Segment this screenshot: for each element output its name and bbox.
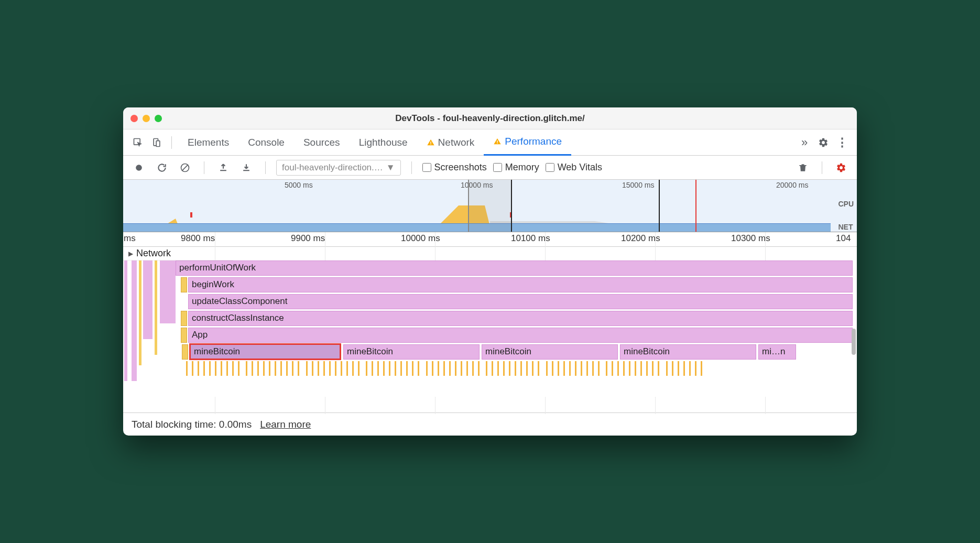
overview-red-marker [695, 180, 696, 232]
svg-rect-5 [497, 140, 498, 143]
separator [822, 161, 822, 174]
screenshots-checkbox[interactable]: Screenshots [422, 162, 487, 173]
flame-sliver[interactable] [181, 277, 187, 292]
separator [204, 161, 204, 174]
warning-icon [493, 137, 502, 146]
device-toolbar-icon[interactable] [148, 134, 165, 151]
overview-labels: CPU NET [838, 200, 854, 231]
flame-sliver[interactable] [181, 311, 187, 326]
svg-rect-2 [156, 140, 160, 146]
svg-line-9 [182, 165, 188, 171]
maximize-window-button[interactable] [155, 115, 162, 122]
panel-tabs: Elements Console Sources Lighthouse Netw… [178, 129, 794, 156]
overview-marker [659, 180, 660, 232]
perf-toolbar: foul-heavenly-direction.… ▼ Screenshots … [123, 156, 857, 180]
window-titlebar: DevTools - foul-heavenly-direction.glitc… [123, 107, 857, 129]
vertical-scrollbar-thumb[interactable] [852, 329, 856, 355]
record-button[interactable] [130, 159, 147, 176]
separator [411, 161, 412, 174]
save-profile-icon[interactable] [238, 159, 255, 176]
flame-constructclassinstance[interactable]: constructClassInstance [188, 311, 853, 326]
flame-left-slivers [123, 260, 181, 397]
separator [265, 161, 266, 174]
timeline-overview[interactable]: 5000 ms 10000 ms 15000 ms 20000 ms CPU N… [123, 180, 857, 232]
reload-record-button[interactable] [154, 159, 170, 176]
flame-app[interactable]: App [188, 328, 853, 343]
detail-ruler[interactable]: ms 9800 ms 9900 ms 10000 ms 10100 ms 102… [123, 232, 857, 247]
clear-button[interactable] [177, 159, 193, 176]
inspect-element-icon[interactable] [129, 134, 146, 151]
flame-updateclasscomponent[interactable]: updateClassComponent [188, 294, 853, 309]
memory-checkbox[interactable]: Memory [493, 162, 539, 173]
separator [171, 136, 172, 149]
svg-rect-12 [799, 165, 806, 166]
tab-performance[interactable]: Performance [484, 129, 571, 156]
status-bar: Total blocking time: 0.00ms Learn more [123, 412, 857, 436]
flame-minebitcoin[interactable]: mineBitcoin [620, 344, 756, 360]
flame-sliver[interactable] [181, 328, 187, 343]
capture-settings-icon[interactable] [833, 159, 850, 176]
close-window-button[interactable] [130, 115, 138, 122]
tab-sources[interactable]: Sources [294, 129, 350, 156]
load-profile-icon[interactable] [215, 159, 232, 176]
flame-minebitcoin[interactable]: mineBitcoin [482, 344, 618, 360]
minimize-window-button[interactable] [143, 115, 150, 122]
expand-arrow-icon: ▶ [128, 250, 133, 257]
flame-beginwork[interactable]: beginWork [188, 277, 853, 292]
garbage-collect-icon[interactable] [794, 159, 811, 176]
more-options-icon[interactable]: ⋮ [834, 134, 851, 151]
main-tabs-row: Elements Console Sources Lighthouse Netw… [123, 129, 857, 156]
flame-minebitcoin[interactable]: mineBitcoin [343, 344, 480, 360]
tab-lighthouse[interactable]: Lighthouse [350, 129, 417, 156]
learn-more-link[interactable]: Learn more [260, 419, 311, 430]
flame-chart[interactable]: performUnitOfWork beginWork updateClassC… [123, 260, 857, 397]
warning-icon [427, 138, 435, 147]
devtools-window: DevTools - foul-heavenly-direction.glitc… [123, 107, 857, 436]
traffic-lights [130, 115, 162, 122]
total-blocking-time: Total blocking time: 0.00ms [132, 419, 252, 430]
tab-console[interactable]: Console [238, 129, 294, 156]
svg-rect-3 [430, 142, 431, 144]
svg-rect-10 [220, 170, 226, 171]
tab-elements[interactable]: Elements [178, 129, 238, 156]
svg-point-7 [136, 165, 142, 171]
more-tabs-icon[interactable]: » [796, 134, 813, 151]
dropdown-arrow-icon: ▼ [386, 162, 395, 173]
svg-rect-6 [497, 143, 498, 144]
overview-selection[interactable] [468, 180, 512, 232]
network-track-header[interactable]: ▶ Network [123, 247, 233, 260]
flame-sliver[interactable] [182, 344, 188, 360]
window-title: DevTools - foul-heavenly-direction.glitc… [395, 113, 584, 124]
flame-performunitofwork[interactable]: performUnitOfWork [176, 260, 853, 276]
svg-rect-4 [430, 144, 431, 144]
flame-minor-ticks [186, 361, 853, 377]
flame-minebitcoin-highlighted[interactable]: mineBitcoin [189, 343, 341, 360]
profile-select[interactable]: foul-heavenly-direction.… ▼ [276, 160, 401, 176]
settings-icon[interactable] [815, 134, 832, 151]
flame-minebitcoin-truncated[interactable]: mi…n [758, 344, 796, 360]
web-vitals-checkbox[interactable]: Web Vitals [546, 162, 602, 173]
tab-network[interactable]: Network [417, 129, 484, 156]
svg-rect-11 [243, 170, 249, 171]
